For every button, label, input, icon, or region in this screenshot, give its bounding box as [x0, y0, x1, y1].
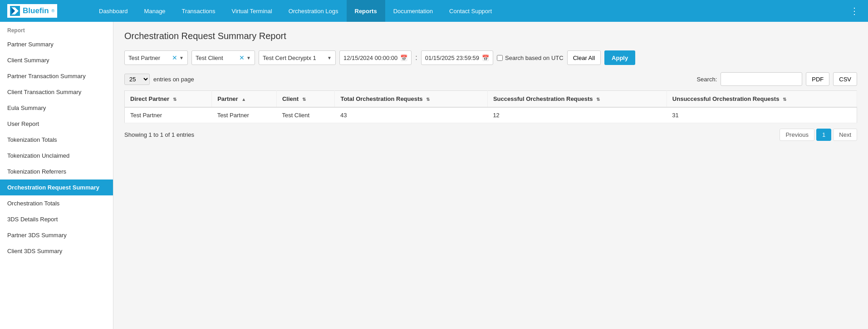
nav-reports[interactable]: Reports	[347, 0, 385, 22]
sidebar-item-user-report[interactable]: User Report	[0, 116, 113, 132]
search-label: Search:	[696, 76, 717, 83]
col-partner-sort-icon: ▲	[241, 97, 246, 102]
client-clear-icon[interactable]: ✕	[239, 54, 245, 61]
col-unsuccessful-sort-icon: ⇅	[783, 97, 786, 102]
cell-unsuccessful: 31	[667, 107, 857, 123]
sidebar-item-orchestration-totals[interactable]: Orchestration Totals	[0, 195, 113, 211]
cell-total: 43	[335, 107, 487, 123]
cell-partner: Test Partner	[212, 107, 277, 123]
logo-box: Bluefin®	[7, 4, 57, 18]
apply-button[interactable]: Apply	[604, 50, 635, 65]
table-row: Test Partner Test Partner Test Client 43…	[125, 107, 857, 123]
showing-text: Showing 1 to 1 of 1 entries	[124, 131, 194, 138]
sidebar-item-orchestration-request-summary[interactable]: Orchestration Request Summary	[0, 179, 113, 195]
col-total-sort-icon: ⇅	[426, 97, 430, 102]
date-from-value: 12/15/2024 00:00:00	[343, 55, 397, 61]
table-header-row: Direct Partner ⇅ Partner ▲ Client ⇅ Tota…	[125, 91, 857, 108]
page-title: Orchestration Request Summary Report	[124, 31, 857, 41]
partner-clear-icon[interactable]: ✕	[172, 54, 177, 61]
entries-label: entries on page	[153, 76, 194, 83]
nav-more-icon[interactable]: ⋮	[846, 5, 863, 16]
sidebar-item-client-summary[interactable]: Client Summary	[0, 52, 113, 68]
search-area: Search: PDF CSV	[696, 72, 857, 86]
cell-successful: 12	[487, 107, 667, 123]
nav-virtual-terminal[interactable]: Virtual Terminal	[224, 0, 280, 22]
partner-filter[interactable]: Test Partner ✕ ▼	[124, 50, 188, 65]
nav-documentation[interactable]: Documentation	[385, 0, 441, 22]
sidebar: Report Partner Summary Client Summary Pa…	[0, 22, 113, 329]
logo-area: Bluefin®	[0, 0, 91, 22]
sidebar-item-client-transaction-summary[interactable]: Client Transaction Summary	[0, 84, 113, 100]
filter-bar: Test Partner ✕ ▼ Test Client ✕ ▼ Test Ce…	[124, 50, 857, 65]
data-table: Direct Partner ⇅ Partner ▲ Client ⇅ Tota…	[124, 90, 857, 123]
col-direct-partner-sort-icon: ⇅	[173, 97, 177, 102]
date-to-field[interactable]: 01/15/2025 23:59:59 📅	[421, 50, 493, 65]
sidebar-item-eula-summary[interactable]: Eula Summary	[0, 100, 113, 116]
sidebar-item-partner-3ds-summary[interactable]: Partner 3DS Summary	[0, 227, 113, 243]
client-filter[interactable]: Test Client ✕ ▼	[191, 50, 255, 65]
col-partner-label: Partner	[217, 95, 238, 102]
search-input[interactable]	[721, 72, 802, 86]
calendar-to-icon[interactable]: 📅	[482, 55, 489, 61]
page-1-button[interactable]: 1	[816, 129, 831, 141]
col-successful-sort-icon: ⇅	[596, 97, 600, 102]
sidebar-section-label: Report	[0, 22, 113, 36]
bluefin-logo-icon	[10, 6, 20, 16]
col-client-label: Client	[282, 95, 299, 102]
col-unsuccessful-label: Unsuccessful Orchestration Requests	[672, 95, 780, 102]
partner-filter-value: Test Partner	[128, 55, 172, 61]
pagination-controls: Previous 1 Next	[780, 129, 857, 141]
col-client[interactable]: Client ⇅	[276, 91, 335, 108]
clear-all-button[interactable]: Clear All	[567, 50, 601, 65]
date-separator: :	[415, 54, 417, 62]
col-client-sort-icon: ⇅	[302, 97, 306, 102]
cell-direct-partner: Test Partner	[125, 107, 212, 123]
table-controls: 25 50 100 entries on page Search: PDF CS…	[124, 72, 857, 86]
sidebar-item-tokenization-unclaimed[interactable]: Tokenization Unclaimed	[0, 148, 113, 164]
partner-dropdown-icon[interactable]: ▼	[179, 55, 184, 60]
utc-check-area: Search based on UTC	[497, 55, 564, 61]
calendar-from-icon[interactable]: 📅	[400, 55, 407, 61]
nav-orchestration-logs[interactable]: Orchestration Logs	[280, 0, 347, 22]
nav-transactions[interactable]: Transactions	[174, 0, 224, 22]
nav-right: ⋮	[846, 5, 868, 16]
top-nav: Bluefin® Dashboard Manage Transactions V…	[0, 0, 868, 22]
prev-button[interactable]: Previous	[780, 129, 814, 141]
pagination-area: Showing 1 to 1 of 1 entries Previous 1 N…	[124, 129, 857, 141]
sidebar-item-tokenization-referrers[interactable]: Tokenization Referrers	[0, 164, 113, 179]
col-unsuccessful[interactable]: Unsuccessful Orchestration Requests ⇅	[667, 91, 857, 108]
sidebar-item-client-3ds-summary[interactable]: Client 3DS Summary	[0, 243, 113, 259]
terminal-dropdown-icon[interactable]: ▼	[327, 55, 332, 60]
brand-reg: ®	[52, 9, 55, 13]
terminal-filter[interactable]: Test Cert Decryptx 1 ▼	[259, 50, 336, 65]
brand-name: Bluefin	[23, 6, 49, 15]
client-filter-value: Test Client	[196, 55, 239, 61]
col-partner[interactable]: Partner ▲	[212, 91, 277, 108]
nav-manage[interactable]: Manage	[136, 0, 174, 22]
col-direct-partner-label: Direct Partner	[130, 95, 169, 102]
terminal-filter-value: Test Cert Decryptx 1	[263, 55, 327, 61]
utc-checkbox[interactable]	[497, 55, 503, 61]
next-button[interactable]: Next	[833, 129, 857, 141]
sidebar-item-3ds-details-report[interactable]: 3DS Details Report	[0, 211, 113, 227]
col-total-label: Total Orchestration Requests	[340, 95, 422, 102]
layout: Report Partner Summary Client Summary Pa…	[0, 22, 868, 329]
sidebar-item-tokenization-totals[interactable]: Tokenization Totals	[0, 132, 113, 148]
col-direct-partner[interactable]: Direct Partner ⇅	[125, 91, 212, 108]
col-successful[interactable]: Successful Orchestration Requests ⇅	[487, 91, 667, 108]
nav-dashboard[interactable]: Dashboard	[91, 0, 136, 22]
date-from-field[interactable]: 12/15/2024 00:00:00 📅	[339, 50, 412, 65]
cell-client: Test Client	[276, 107, 335, 123]
sidebar-item-partner-summary[interactable]: Partner Summary	[0, 36, 113, 52]
col-total[interactable]: Total Orchestration Requests ⇅	[335, 91, 487, 108]
pdf-button[interactable]: PDF	[806, 72, 829, 86]
utc-label[interactable]: Search based on UTC	[505, 55, 564, 61]
csv-button[interactable]: CSV	[833, 72, 857, 86]
sidebar-item-partner-transaction-summary[interactable]: Partner Transaction Summary	[0, 68, 113, 84]
entries-select[interactable]: 25 50 100	[124, 74, 150, 85]
client-dropdown-icon[interactable]: ▼	[246, 55, 251, 60]
nav-items: Dashboard Manage Transactions Virtual Te…	[91, 0, 846, 22]
col-successful-label: Successful Orchestration Requests	[493, 95, 593, 102]
date-to-value: 01/15/2025 23:59:59	[425, 55, 479, 61]
nav-contact-support[interactable]: Contact Support	[441, 0, 500, 22]
